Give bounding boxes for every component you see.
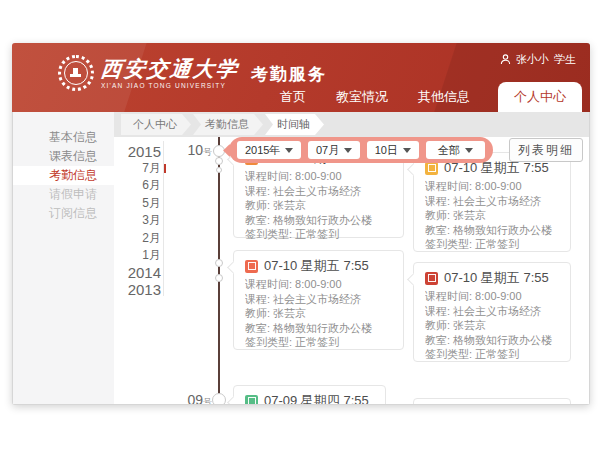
card-field: 课程时间: 8:00-9:00 (245, 277, 392, 292)
sidebar-item-basic-info[interactable]: 基本信息 (13, 128, 114, 147)
attendance-card[interactable]: 07-10 星期五 7:55 课程时间: 8:00-9:00 课程: 社会主义市… (413, 152, 571, 252)
day-marker-10: 10号 (172, 142, 212, 159)
card-field: 教室: 格物致知行政办公楼 (425, 333, 559, 348)
card-date: 07-09 星期四 7:55 (264, 392, 369, 404)
timeline-month[interactable]: 6月 (114, 177, 161, 194)
filter-bubble: 2015年 07月 10日 全部 (229, 137, 493, 163)
card-field: 课程: 社会主义市场经济 (245, 184, 392, 199)
card-field: 课程: 社会主义市场经济 (425, 194, 559, 209)
month-select[interactable]: 07月 (308, 141, 360, 159)
card-field: 课程: 社会主义市场经济 (245, 292, 392, 307)
timeline-year[interactable]: 2013 (114, 281, 161, 298)
timeline-month[interactable]: 7月 (114, 160, 161, 177)
chevron-down-icon (285, 148, 293, 153)
card-date: 07-10 星期五 7:55 (264, 257, 369, 275)
university-name-cn: 西安交通大学 (100, 58, 240, 80)
breadcrumb-personal-center[interactable]: 个人中心 (121, 114, 191, 135)
sign-in-stamp-icon (425, 272, 438, 285)
timeline-dot (215, 157, 223, 165)
timeline-year-list: 2015 7月 6月 5月 3月 2月 1月 2014 2013 (114, 143, 161, 298)
card-arrow (227, 396, 240, 404)
sign-in-stamp-icon (425, 162, 438, 175)
sidebar-item-attendance-info[interactable]: 考勤信息 (13, 166, 114, 185)
timeline-dot (216, 167, 222, 173)
year-select[interactable]: 2015年 (237, 141, 301, 159)
nav-item-home[interactable]: 首页 (278, 82, 308, 112)
sidebar: 基本信息 课表信息 考勤信息 请假申请 订阅信息 (13, 112, 114, 404)
day-marker-09: 09号 (172, 392, 212, 404)
timeline-month[interactable]: 2月 (114, 230, 161, 247)
card-field: 课程时间: 8:00-9:00 (245, 169, 392, 184)
card-field: 课程: 社会主义市场经济 (425, 304, 559, 319)
timeline-year[interactable]: 2014 (114, 264, 161, 281)
card-arrow (407, 163, 420, 176)
list-detail-button[interactable]: 列表明细 (509, 138, 583, 162)
sidebar-item-leave-request[interactable]: 请假申请 (13, 185, 114, 204)
timeline-dot (215, 259, 223, 267)
sign-in-stamp-icon (245, 395, 258, 405)
chevron-down-icon (403, 148, 411, 153)
card-field: 签到类型: 正常签到 (245, 227, 392, 242)
user-name: 张小小 (516, 52, 549, 67)
breadcrumb: 个人中心 考勤信息 时间轴 (114, 112, 589, 137)
breadcrumb-timeline[interactable]: 时间轴 (265, 114, 324, 135)
timeline-panel: 2015 7月 6月 5月 3月 2月 1月 2014 2013 10号 09号 (114, 137, 589, 404)
attendance-card-partial[interactable] (413, 398, 571, 404)
university-seal-icon (58, 55, 94, 91)
type-select[interactable]: 全部 (426, 141, 485, 159)
card-field: 教室: 格物致知行政办公楼 (425, 223, 559, 238)
main-nav: 首页 教室情况 其他信息 个人中心 (278, 80, 582, 112)
timeline-year[interactable]: 2015 (114, 143, 161, 160)
timeline-axis (218, 137, 220, 404)
card-field: 签到类型: 正常签到 (425, 347, 559, 362)
day-select[interactable]: 10日 (367, 141, 419, 159)
university-name-en: XI'AN JIAO TONG UNIVERSITY (101, 82, 239, 89)
timeline-month[interactable]: 3月 (114, 212, 161, 229)
current-month-marker (164, 164, 166, 173)
bubble-arrow (223, 144, 236, 157)
card-field: 教室: 格物致知行政办公楼 (245, 321, 392, 336)
card-arrow (227, 261, 240, 274)
sidebar-item-subscription-info[interactable]: 订阅信息 (13, 204, 114, 223)
timeline-month[interactable]: 1月 (114, 247, 161, 264)
card-field: 教师: 张芸京 (245, 198, 392, 213)
card-date: 07-10 星期五 7:55 (444, 269, 549, 287)
sidebar-item-schedule-info[interactable]: 课表信息 (13, 147, 114, 166)
attendance-card[interactable]: 07-09 星期四 7:55 (233, 385, 386, 404)
card-field: 教师: 张芸京 (245, 306, 392, 321)
sign-in-stamp-icon (245, 260, 258, 273)
card-field: 签到类型: 正常签到 (245, 335, 392, 350)
chevron-down-icon (344, 148, 352, 153)
person-icon (500, 54, 511, 65)
card-field: 教师: 张芸京 (425, 208, 559, 223)
app-header: 西安交通大学 XI'AN JIAO TONG UNIVERSITY 考勤服务 张… (12, 43, 590, 112)
card-field: 课程时间: 8:00-9:00 (425, 289, 559, 304)
card-field: 教师: 张芸京 (425, 318, 559, 333)
card-arrow (407, 273, 420, 286)
card-field: 课程时间: 8:00-9:00 (425, 179, 559, 194)
attendance-card[interactable]: 07-10 星期五 7:55 课程时间: 8:00-9:00 课程: 社会主义市… (233, 250, 404, 350)
timeline-dot (215, 274, 223, 282)
user-role: 学生 (554, 52, 576, 67)
breadcrumb-attendance-info[interactable]: 考勤信息 (193, 114, 263, 135)
timeline-month[interactable]: 5月 (114, 195, 161, 212)
attendance-card[interactable]: 07-10 星期五 7:55 课程时间: 8:00-9:00 课程: 社会主义市… (413, 262, 571, 362)
timeline-dot (212, 393, 226, 404)
card-field: 教室: 格物致知行政办公楼 (245, 213, 392, 228)
nav-tab-personal-center[interactable]: 个人中心 (498, 82, 582, 112)
nav-item-other-info[interactable]: 其他信息 (416, 82, 472, 112)
card-field: 签到类型: 正常签到 (425, 237, 559, 252)
user-info[interactable]: 张小小 学生 (500, 52, 576, 67)
app-window: 西安交通大学 XI'AN JIAO TONG UNIVERSITY 考勤服务 张… (12, 43, 590, 405)
chevron-down-icon (465, 148, 473, 153)
nav-item-classrooms[interactable]: 教室情况 (334, 82, 390, 112)
